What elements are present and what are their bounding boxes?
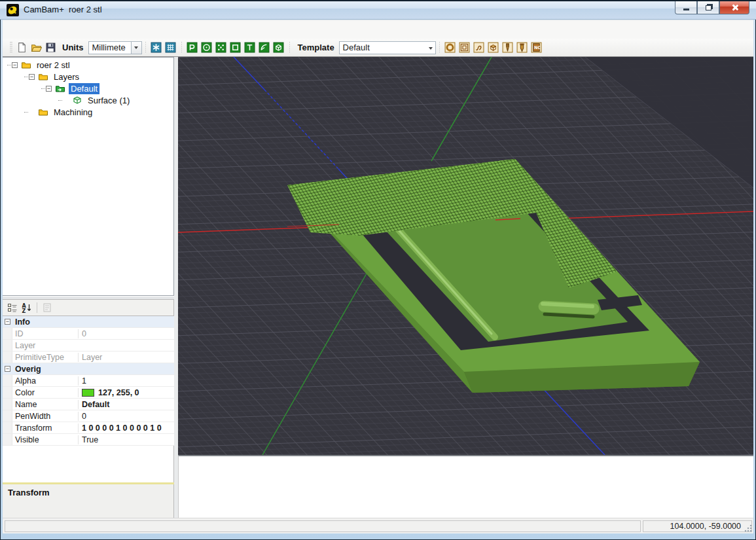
property-value[interactable]: 1 (78, 376, 174, 386)
property-transform[interactable]: − Transform 1 0 0 0 0 1 0 0 0 0 1 0 (3, 422, 174, 434)
units-dropdown-button[interactable] (132, 41, 142, 54)
tree-item-icon (21, 60, 31, 70)
toolbar-profile-button[interactable] (443, 41, 458, 55)
property-penwidth[interactable]: − PenWidth 0 (3, 410, 174, 422)
menu-tools[interactable] (118, 27, 132, 33)
toolbar-text-button[interactable] (243, 41, 257, 55)
menu-help[interactable] (147, 27, 161, 33)
category-expander-icon[interactable]: − (3, 316, 12, 327)
toolbar-surface-button[interactable] (272, 41, 286, 55)
propgrid-toolbar-pgaz-button[interactable] (20, 301, 34, 314)
toolbar-lathe-button[interactable] (515, 41, 530, 55)
category-expander-icon[interactable]: − (3, 410, 12, 422)
menu-bar (3, 21, 753, 39)
property-overig[interactable]: − Overig (3, 363, 174, 375)
toolbar-separator (145, 42, 146, 54)
property-value[interactable]: 0 (78, 412, 174, 421)
toolbar-grip[interactable] (10, 42, 12, 54)
category-expander-icon[interactable]: − (3, 351, 12, 363)
property-color[interactable]: − Color 127, 255, 0 (3, 387, 174, 399)
category-expander-icon[interactable]: − (3, 422, 12, 433)
units-combobox[interactable]: Millimete (88, 41, 132, 54)
property-value[interactable]: 0 (78, 329, 174, 338)
title-bar: CamBam+ roer 2 stl (0, 0, 756, 20)
close-button[interactable] (719, 1, 749, 14)
menu-toolkit[interactable] (132, 27, 147, 33)
tree-expander-icon[interactable]: − (29, 74, 35, 80)
propgrid-toolbar-pgpages-button[interactable] (40, 301, 54, 314)
tree-roer-2-stl[interactable]: − roer 2 stl (3, 59, 173, 71)
app-window: CamBam+ roer 2 stl Units Millimete Templ… (0, 0, 756, 540)
category-expander-icon[interactable]: − (3, 399, 12, 410)
toolbar: Units Millimete Template Default (3, 39, 753, 57)
restore-icon (706, 5, 711, 10)
toolbar-drill-button[interactable] (501, 41, 515, 55)
property-value[interactable]: 127, 255, 0 (78, 388, 174, 397)
tree-surface-1[interactable]: − Surface (1) (3, 94, 173, 106)
menu-script[interactable] (89, 27, 103, 33)
menu-plugins[interactable] (103, 27, 118, 33)
tree-expander-icon[interactable]: − (12, 62, 18, 68)
toolbar-circle-button[interactable] (200, 41, 214, 55)
propgrid-toolbar-pgcat-button[interactable] (5, 301, 20, 314)
toolbar-grid-button[interactable] (164, 41, 178, 55)
property-info[interactable]: − Info (3, 316, 174, 328)
menu-draw[interactable] (60, 27, 75, 33)
menu-view[interactable] (31, 27, 46, 33)
toolbar-profile3d-button[interactable] (486, 41, 501, 55)
tree-item-icon (38, 107, 48, 117)
property-value[interactable]: 1 0 0 0 0 1 0 0 0 0 1 0 (78, 423, 174, 433)
restore-button[interactable] (697, 1, 719, 14)
menu-edit[interactable] (46, 27, 60, 33)
left-panel: − roer 2 stl − Layers − Default − Surfac… (3, 57, 174, 518)
tree-connector (24, 77, 28, 77)
menu-file[interactable] (17, 27, 31, 33)
cursor-coordinates: 104.0000, -59.0000 (643, 520, 752, 532)
toolbar-snap-button[interactable] (149, 41, 164, 55)
tree-machining[interactable]: − Machining (3, 106, 173, 118)
category-expander-icon[interactable]: − (3, 387, 12, 398)
tree-layers[interactable]: − Layers (3, 71, 173, 82)
category-expander-icon[interactable]: − (3, 363, 12, 374)
property-visible[interactable]: − Visible True (3, 434, 174, 446)
toolbar-save-button[interactable] (43, 41, 58, 55)
minimize-button[interactable] (675, 1, 697, 14)
category-expander-icon[interactable]: − (3, 328, 12, 339)
client-area: Units Millimete Template Default − roer … (3, 20, 753, 533)
template-combobox[interactable]: Default (339, 41, 436, 54)
toolbar-open-button[interactable] (29, 41, 43, 55)
window-top-edge (0, 0, 756, 1)
property-grid: − Info − ID 0 − Layer − PrimitiveType La… (3, 316, 174, 446)
toolbar-new-button[interactable] (14, 41, 29, 55)
property-layer[interactable]: − Layer (3, 340, 174, 351)
template-label: Template (293, 43, 339, 52)
toolbar-polyline-button[interactable] (185, 41, 200, 55)
tree-item-label: Surface (1) (86, 95, 132, 106)
property-value[interactable]: Layer (78, 353, 174, 362)
toolbar-ncfile-button[interactable] (530, 41, 544, 55)
tree-item-icon (55, 83, 65, 94)
tree-item-label: Default (69, 83, 99, 94)
category-expander-icon[interactable]: − (3, 340, 12, 351)
toolbar-arc-button[interactable] (257, 41, 272, 55)
property-name[interactable]: − Name Default (3, 399, 174, 410)
menu-machining[interactable] (75, 27, 89, 33)
toolbar-engrave-button[interactable] (472, 41, 486, 55)
property-value[interactable]: True (78, 435, 174, 444)
category-expander-icon[interactable]: − (3, 375, 12, 386)
toolbar-rect-button[interactable] (228, 41, 243, 55)
resize-grip[interactable] (744, 524, 753, 533)
toolbar-pocket-button[interactable] (458, 41, 472, 55)
category-expander-icon[interactable]: − (3, 434, 12, 445)
property-primitivetype[interactable]: − PrimitiveType Layer (3, 351, 174, 363)
viewport-3d[interactable] (178, 57, 753, 455)
propgrid-toolbar (3, 299, 174, 316)
tree-default[interactable]: − Default (3, 82, 173, 94)
property-alpha[interactable]: − Alpha 1 (3, 375, 174, 387)
property-value[interactable]: Default (78, 400, 174, 409)
window-title: CamBam+ roer 2 stl (24, 5, 102, 14)
property-label: Visible (12, 435, 78, 444)
property-id[interactable]: − ID 0 (3, 328, 174, 340)
toolbar-points-button[interactable] (214, 41, 228, 55)
tree-expander-icon[interactable]: − (46, 86, 52, 92)
